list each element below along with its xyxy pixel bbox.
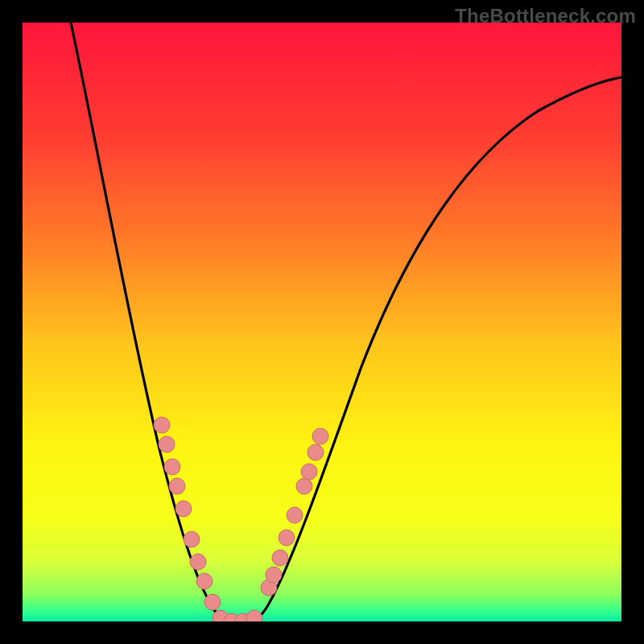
data-marker	[175, 501, 192, 517]
outer-frame: TheBottleneck.com	[0, 0, 644, 644]
gradient-background	[23, 23, 621, 621]
data-marker	[301, 464, 317, 480]
data-marker	[272, 550, 288, 566]
data-marker	[312, 428, 328, 444]
data-marker	[169, 478, 185, 494]
data-marker	[190, 554, 206, 570]
data-marker	[279, 530, 295, 546]
data-marker	[184, 531, 200, 547]
data-marker	[266, 567, 282, 583]
data-marker	[296, 478, 312, 494]
plot-area	[23, 23, 621, 621]
data-marker	[287, 507, 303, 523]
data-marker	[159, 436, 175, 452]
data-marker	[204, 594, 221, 610]
data-marker	[308, 444, 324, 460]
data-marker	[196, 573, 213, 589]
data-marker	[164, 459, 180, 475]
chart-svg	[23, 23, 621, 621]
data-marker	[154, 417, 170, 433]
